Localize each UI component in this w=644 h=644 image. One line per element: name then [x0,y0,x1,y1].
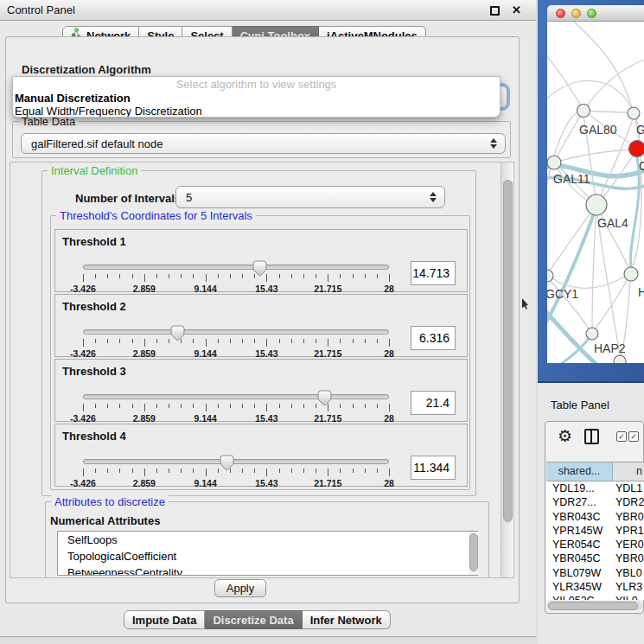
tick-mark [316,404,316,408]
control-panel-window: Control Panel ✕ Network Style Select Cyn… [0,0,536,637]
table-row[interactable]: YER054CYER0 [546,538,644,552]
tick-label: 28 [384,348,394,359]
network-node[interactable] [577,105,590,118]
horizontal-scrollbar[interactable] [547,601,642,610]
tick-mark [83,469,84,476]
network-node[interactable] [586,328,598,340]
tick-mark [156,404,157,408]
gear-icon[interactable]: ⚙ [558,428,572,444]
tick-label: 2.859 [133,348,156,359]
threshold-label: Threshold 3 [62,365,126,378]
tick-mark [132,274,133,278]
table-row[interactable]: YPR145WYPR1 [546,524,644,538]
dropdown-option-manual-discretization[interactable]: Manual Discretization [13,92,500,105]
tick-label: 21.715 [314,478,341,488]
number-of-intervals-value: 5 [186,191,192,204]
list-item[interactable]: TopologicalCoefficient [58,548,477,564]
column-header-shared-name[interactable]: shared... [546,462,613,481]
threshold-value-field[interactable]: 6.316 [411,326,456,350]
tick-label: 21.715 [314,413,341,424]
tab-discretize-data[interactable]: Discretize Data [205,610,302,629]
threshold-value-field[interactable]: 14.713 [411,261,456,285]
table-row[interactable]: YDR27...YDR2 [546,495,644,509]
threshold-slider[interactable]: -3.4262.8599.14415.4321.71528 [83,329,389,357]
tab-impute-data[interactable]: Impute Data [124,610,205,629]
network-node[interactable] [628,107,640,119]
list-item[interactable]: BetweennessCentrality [58,564,477,576]
node-label: GAL4 [597,216,628,230]
column-header-name[interactable]: n [613,462,644,481]
dropdown-option-equal-width-frequency[interactable]: Equal Width/Frequency Discretization [13,105,500,118]
slider-track[interactable] [83,265,389,270]
table-row[interactable]: YBR045CYBR0 [546,552,644,565]
tick-mark [119,339,120,343]
network-node[interactable] [629,141,644,157]
table-row[interactable]: YLR345WYLR3 [546,580,644,594]
network-node[interactable] [614,355,626,363]
cell-shared-name: YDR27... [546,495,613,509]
checkbox-icon[interactable]: ✓ [616,431,627,442]
tick-mark [181,469,182,473]
screen: Control Panel ✕ Network Style Select Cyn… [0,0,644,644]
slider-track[interactable] [83,329,389,335]
tick-mark [144,274,145,282]
table-row[interactable]: YBR043CYBR0 [546,510,644,524]
horizontal-scrollbar-thumb[interactable] [548,602,638,610]
tick-mark [303,339,304,343]
node-label: HAP2 [594,341,626,355]
table-row[interactable]: YBL079WYBL0 [546,566,644,580]
close-icon[interactable]: ✕ [512,3,521,16]
network-canvas[interactable]: GAL80G.CGAL11GAL4GCY1HHAP2 [547,22,644,363]
float-window-icon[interactable] [490,6,500,16]
checkbox-icon[interactable]: ✓ [628,431,639,442]
network-node[interactable] [547,270,553,282]
list-scrollbar[interactable] [469,532,479,575]
threshold-panel: Threshold 1-3.4262.8599.14415.4321.71528… [54,229,468,292]
tick-mark [279,404,280,408]
threshold-slider[interactable]: -3.4262.8599.14415.4321.71528 [83,394,389,422]
minimize-traffic-light-icon[interactable] [571,9,581,18]
table-panel-title: Table Panel [551,399,609,411]
table-row[interactable]: YDL19...YDL1 [546,481,644,495]
zoom-traffic-light-icon[interactable] [587,9,596,18]
threshold-slider[interactable]: -3.4262.8599.14415.4321.71528 [83,459,389,487]
slider-ticks [83,469,389,477]
threshold-panels: Threshold 1-3.4262.8599.14415.4321.71528… [54,229,466,488]
threshold-slider[interactable]: -3.4262.8599.14415.4321.71528 [83,265,389,292]
tick-mark [353,469,354,473]
network-node[interactable] [624,267,638,281]
vertical-scrollbar-thumb[interactable] [503,180,513,522]
numerical-attributes-list[interactable]: SelfLoopsTopologicalCoefficientBetweenne… [57,531,478,576]
list-item[interactable]: SelfLoops [58,532,477,548]
slider-thumb[interactable] [317,390,332,406]
table-data-combobox[interactable]: galFiltered.sif default node [21,133,506,154]
cell-shared-name: YDL19... [546,481,613,495]
tick-mark [254,469,255,473]
apply-button[interactable]: Apply [214,579,266,597]
tick-mark [206,404,207,411]
table-row[interactable]: YIL052CYIL0 [546,594,644,600]
network-node[interactable] [547,156,561,169]
list-scrollbar-thumb[interactable] [469,533,478,571]
slider-thumb[interactable] [252,260,267,277]
threshold-label: Threshold 2 [62,300,126,313]
column-view-icon[interactable] [584,429,599,444]
threshold-value-field[interactable]: 21.4 [411,391,456,415]
tick-mark [279,274,280,278]
tick-mark [218,469,219,473]
tick-mark [377,404,378,408]
tab-infer-network[interactable]: Infer Network [303,610,391,629]
number-of-intervals-combobox[interactable]: 5 [175,186,445,208]
tick-mark [303,469,304,473]
slider-track[interactable] [83,394,389,399]
slider-tick-labels: -3.4262.8599.14415.4321.71528 [83,348,389,359]
slider-track[interactable] [83,459,389,464]
threshold-value-field[interactable]: 11.344 [411,456,456,480]
slider-thumb[interactable] [220,455,234,471]
vertical-scrollbar[interactable] [501,163,514,577]
network-window-titlebar[interactable] [547,5,644,22]
network-node[interactable] [586,194,607,215]
close-traffic-light-icon[interactable] [556,9,565,18]
slider-thumb[interactable] [170,325,185,341]
tick-mark [328,469,328,476]
